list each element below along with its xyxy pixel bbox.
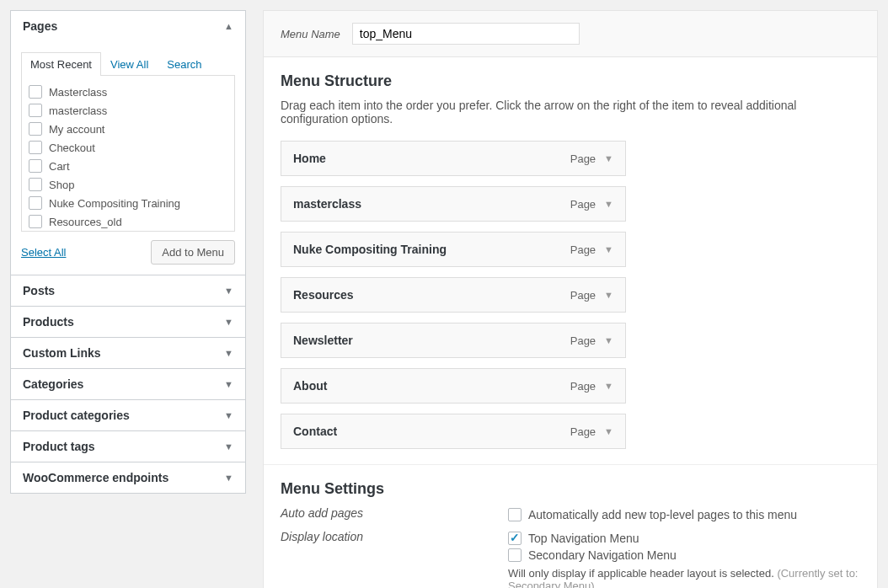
menu-item-type: Page: [570, 152, 596, 165]
page-label: Masterclass: [49, 86, 107, 99]
menu-item[interactable]: HomePage▼: [281, 141, 626, 176]
auto-add-label: Auto add pages: [281, 506, 508, 520]
page-label: Shop: [49, 179, 74, 191]
menu-editor: Menu Name Menu Structure Drag each item …: [263, 10, 878, 588]
chevron-down-icon[interactable]: ▼: [604, 335, 613, 345]
page-label: masterclass: [49, 104, 107, 117]
secondary-nav-checkbox[interactable]: [508, 548, 522, 562]
chevron-down-icon[interactable]: ▼: [604, 199, 613, 209]
menu-item-title: Nuke Compositing Training: [293, 243, 447, 256]
accordion-body-pages: Most Recent View All Search Masterclassm…: [11, 51, 245, 275]
accordion-item: Product categories▼: [10, 399, 246, 431]
structure-heading: Menu Structure: [281, 72, 860, 90]
auto-add-checkbox[interactable]: [508, 508, 522, 521]
chevron-down-icon[interactable]: ▼: [604, 153, 613, 163]
accordion-header[interactable]: Product categories▼: [11, 400, 245, 430]
menu-item-type: Page: [570, 380, 596, 393]
menu-items-list: HomePage▼masterclassPage▼Nuke Compositin…: [281, 141, 860, 449]
structure-hint: Drag each item into the order you prefer…: [281, 99, 860, 126]
menu-item-type: Page: [570, 243, 596, 256]
page-checkbox[interactable]: [29, 215, 42, 228]
select-all-link[interactable]: Select All: [21, 246, 66, 259]
accordion-header[interactable]: Custom Links▼: [11, 338, 245, 368]
add-to-menu-button[interactable]: Add to Menu: [151, 240, 235, 265]
accordion-title: WooCommerce endpoints: [23, 471, 169, 484]
page-item: Resources_old: [27, 212, 229, 231]
chevron-down-icon: ▼: [224, 317, 233, 327]
page-label: Nuke Compositing Training: [49, 197, 180, 210]
page-item: Masterclass: [27, 83, 229, 101]
page-checkbox[interactable]: [29, 122, 42, 136]
chevron-down-icon[interactable]: ▼: [604, 426, 613, 436]
settings-heading: Menu Settings: [281, 480, 860, 498]
menu-item[interactable]: NewsletterPage▼: [281, 323, 626, 358]
page-label: My account: [49, 123, 104, 136]
menu-item[interactable]: masterclassPage▼: [281, 186, 626, 222]
menu-item-title: masterclass: [293, 197, 361, 211]
menu-name-row: Menu Name: [264, 11, 877, 57]
menu-item[interactable]: ResourcesPage▼: [281, 277, 626, 313]
page-item: Shop: [27, 175, 229, 194]
accordion-header[interactable]: Posts▼: [11, 275, 245, 306]
accordion-header-pages[interactable]: Pages ▲: [11, 11, 245, 41]
page-item: Cart: [27, 157, 229, 175]
menu-item[interactable]: ContactPage▼: [281, 414, 626, 449]
display-location-label: Display location: [281, 530, 508, 543]
tab-search[interactable]: Search: [158, 52, 211, 76]
page-label: Resources_old: [49, 216, 122, 228]
page-checkbox[interactable]: [29, 85, 42, 99]
menu-item-title: Home: [293, 152, 326, 165]
accordion-header[interactable]: WooCommerce endpoints▼: [11, 462, 245, 493]
accordion-item: Categories▼: [10, 368, 246, 400]
menu-item-title: Contact: [293, 425, 337, 438]
page-item: Checkout: [27, 138, 229, 157]
page-checkbox[interactable]: [29, 141, 42, 154]
page-item: Nuke Compositing Training: [27, 194, 229, 212]
pages-checklist[interactable]: MasterclassmasterclassMy accountCheckout…: [21, 76, 235, 232]
accordion-item: Products▼: [10, 306, 246, 338]
accordion-title: Product tags: [23, 440, 95, 453]
accordion-header[interactable]: Products▼: [11, 307, 245, 337]
accordion-item: Product tags▼: [10, 430, 246, 462]
sidebar: Pages ▲ Most Recent View All Search Mast…: [10, 10, 246, 588]
accordion-item: Posts▼: [10, 275, 246, 307]
page-label: Cart: [49, 160, 70, 173]
accordion-pages: Pages ▲ Most Recent View All Search Mast…: [10, 10, 246, 275]
menu-item[interactable]: AboutPage▼: [281, 368, 626, 404]
chevron-down-icon: ▼: [224, 441, 233, 452]
menu-settings-section: Menu Settings Auto add pages Automatical…: [264, 464, 877, 588]
auto-add-option: Automatically add new top-level pages to…: [528, 508, 797, 521]
pages-tabs: Most Recent View All Search: [21, 51, 235, 76]
page-label: Checkout: [49, 142, 95, 154]
page-checkbox[interactable]: [29, 159, 42, 173]
menu-name-label: Menu Name: [281, 28, 340, 40]
chevron-up-icon: ▲: [224, 21, 233, 31]
tab-most-recent[interactable]: Most Recent: [21, 52, 101, 76]
chevron-down-icon[interactable]: ▼: [604, 244, 613, 254]
tab-view-all[interactable]: View All: [101, 52, 158, 76]
menu-item-type: Page: [570, 198, 596, 211]
top-nav-checkbox[interactable]: [508, 532, 522, 545]
accordion-header[interactable]: Categories▼: [11, 369, 245, 399]
page-checkbox[interactable]: [29, 104, 42, 117]
page-checkbox[interactable]: [29, 196, 42, 210]
accordion-header[interactable]: Product tags▼: [11, 431, 245, 462]
chevron-down-icon: ▼: [224, 473, 233, 483]
page-checkbox[interactable]: [29, 178, 42, 191]
chevron-down-icon[interactable]: ▼: [604, 290, 613, 300]
accordion-title: Pages: [23, 19, 57, 33]
menu-structure-section: Menu Structure Drag each item into the o…: [264, 57, 877, 464]
menu-name-input[interactable]: [352, 23, 580, 45]
menu-item-title: Newsletter: [293, 334, 353, 347]
page-item: My account: [27, 120, 229, 138]
accordion-item: WooCommerce endpoints▼: [10, 462, 246, 494]
accordion-title: Custom Links: [23, 346, 101, 360]
menu-item[interactable]: Nuke Compositing TrainingPage▼: [281, 232, 626, 267]
display-fine-print: Will only display if applicable header l…: [508, 567, 860, 588]
chevron-down-icon: ▼: [224, 379, 233, 389]
menu-item-type: Page: [570, 289, 596, 302]
top-nav-label: Top Navigation Menu: [528, 532, 639, 545]
chevron-down-icon: ▼: [224, 348, 233, 358]
accordion-title: Posts: [23, 284, 55, 297]
chevron-down-icon[interactable]: ▼: [604, 381, 613, 391]
